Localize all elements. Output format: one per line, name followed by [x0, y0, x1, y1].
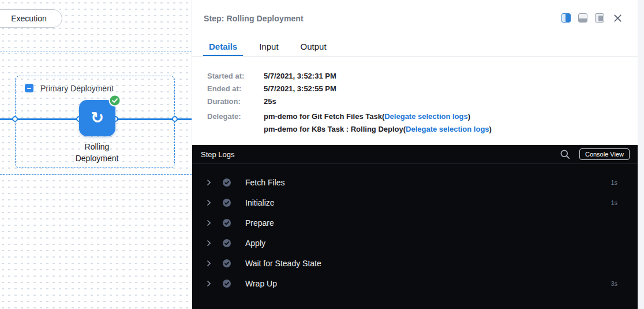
node-caption-line2: Deployment — [50, 152, 144, 164]
logs-header: Step Logs Console View — [192, 145, 638, 164]
delegate-lines: pm-demo for Git Fetch Files Task(Delegat… — [264, 110, 492, 136]
node-caption-line1: Rolling — [50, 141, 144, 152]
delegate-text: pm-demo for Git Fetch Files Task( — [264, 112, 384, 121]
step-details-panel: Step: Rolling Deployment Details Input O… — [192, 0, 638, 309]
log-label: Fetch Files — [245, 178, 284, 187]
detail-label: Delegate: — [207, 110, 264, 136]
log-label: Prepare — [245, 218, 274, 228]
log-row-wrap-up[interactable]: Wrap Up 3s — [192, 273, 638, 293]
log-duration: 1s — [611, 179, 617, 186]
layout-split-right-icon[interactable] — [561, 13, 571, 23]
log-row-wait-for-steady-state[interactable]: Wait for Steady State — [192, 253, 638, 273]
tab-input[interactable]: Input — [253, 38, 284, 56]
layout-bottom-fill — [579, 18, 587, 22]
panel-title: Step: Rolling Deployment — [204, 14, 304, 23]
layout-split-right-fill — [566, 14, 570, 22]
delegate-close-paren: ) — [468, 112, 470, 121]
stage-boundary-top — [0, 51, 192, 51]
layout-floating-fill — [598, 16, 603, 21]
delegate-line: pm-demo for Git Fetch Files Task(Delegat… — [264, 110, 492, 123]
log-row-fetch-files[interactable]: Fetch Files 1s — [192, 172, 638, 192]
step-success-icon — [222, 198, 231, 207]
chevron-right-icon[interactable] — [205, 280, 212, 287]
layout-floating-icon[interactable] — [595, 13, 604, 23]
step-success-icon — [222, 178, 231, 187]
detail-row-started: Started at: 5/7/2021, 3:52:31 PM — [207, 72, 626, 80]
step-success-icon — [222, 259, 231, 268]
step-success-icon — [222, 239, 231, 248]
detail-label: Ended at: — [207, 85, 264, 93]
chevron-right-icon[interactable] — [205, 240, 212, 247]
chevron-right-icon[interactable] — [205, 219, 212, 226]
node-caption: Rolling Deployment — [50, 141, 144, 164]
success-check-icon — [108, 94, 121, 107]
panel-tabs: Details Input Output — [203, 38, 332, 56]
execution-breadcrumb-pill[interactable]: Execution — [0, 9, 62, 28]
delegate-close-paren: ) — [489, 125, 492, 133]
detail-label: Started at: — [207, 72, 264, 80]
logs-title: Step Logs — [201, 150, 235, 159]
panel-window-controls — [561, 13, 622, 23]
tab-details[interactable]: Details — [203, 38, 243, 56]
logs-actions: Console View — [560, 148, 630, 160]
close-icon[interactable] — [613, 14, 622, 23]
detail-row-delegate: Delegate: pm-demo for Git Fetch Files Ta… — [207, 110, 626, 136]
log-duration: 1s — [611, 199, 617, 206]
log-duration: 3s — [611, 280, 617, 287]
log-row-apply[interactable]: Apply — [192, 233, 638, 253]
chevron-right-icon[interactable] — [205, 260, 212, 267]
app-root: Execution Primary Deployment ↻ Rolling D… — [0, 0, 644, 309]
detail-value: 25s — [264, 98, 276, 106]
group-label: Primary Deployment — [40, 84, 114, 93]
log-row-initialize[interactable]: Initialize 1s — [192, 192, 638, 213]
detail-value: 5/7/2021, 3:52:55 PM — [264, 85, 336, 93]
detail-value: 5/7/2021, 3:52:31 PM — [264, 72, 336, 80]
connector-dot-right — [172, 116, 178, 122]
delegate-selection-logs-link[interactable]: Delegate selection logs — [406, 125, 489, 133]
collapse-group-icon[interactable] — [25, 84, 33, 92]
tabs-divider — [192, 56, 638, 57]
log-rows: Fetch Files 1s Initialize 1s Prepare — [192, 164, 638, 293]
search-icon[interactable] — [560, 149, 570, 159]
log-label: Apply — [245, 239, 265, 248]
detail-label: Duration: — [207, 98, 264, 106]
delegate-line: pm-demo for K8s Task : Rolling Deploy(De… — [264, 123, 492, 136]
console-view-button[interactable]: Console View — [579, 148, 630, 160]
log-row-prepare[interactable]: Prepare — [192, 213, 638, 233]
detail-row-ended: Ended at: 5/7/2021, 3:52:55 PM — [207, 85, 626, 93]
minus-glyph — [27, 88, 31, 89]
rolling-deployment-node[interactable]: ↻ — [79, 100, 115, 136]
step-success-icon — [222, 218, 231, 228]
connector-dot-left — [12, 116, 18, 122]
log-label: Initialize — [245, 198, 275, 207]
tab-output[interactable]: Output — [295, 38, 332, 56]
log-label: Wrap Up — [245, 279, 277, 288]
refresh-icon: ↻ — [91, 110, 104, 125]
step-logs-console: Step Logs Console View Fetch Files 1s — [192, 145, 638, 309]
step-success-icon — [222, 279, 231, 288]
details-section: Started at: 5/7/2021, 3:52:31 PM Ended a… — [207, 72, 626, 140]
delegate-text: pm-demo for K8s Task : Rolling Deploy( — [264, 125, 406, 133]
chevron-right-icon[interactable] — [205, 179, 212, 186]
stage-boundary-bottom — [0, 174, 192, 175]
pipeline-canvas: Execution Primary Deployment ↻ Rolling D… — [0, 0, 192, 309]
chevron-right-icon[interactable] — [205, 199, 212, 206]
detail-row-duration: Duration: 25s — [207, 98, 626, 106]
delegate-selection-logs-link[interactable]: Delegate selection logs — [384, 112, 468, 121]
layout-bottom-icon[interactable] — [578, 13, 587, 23]
log-label: Wait for Steady State — [245, 259, 321, 268]
